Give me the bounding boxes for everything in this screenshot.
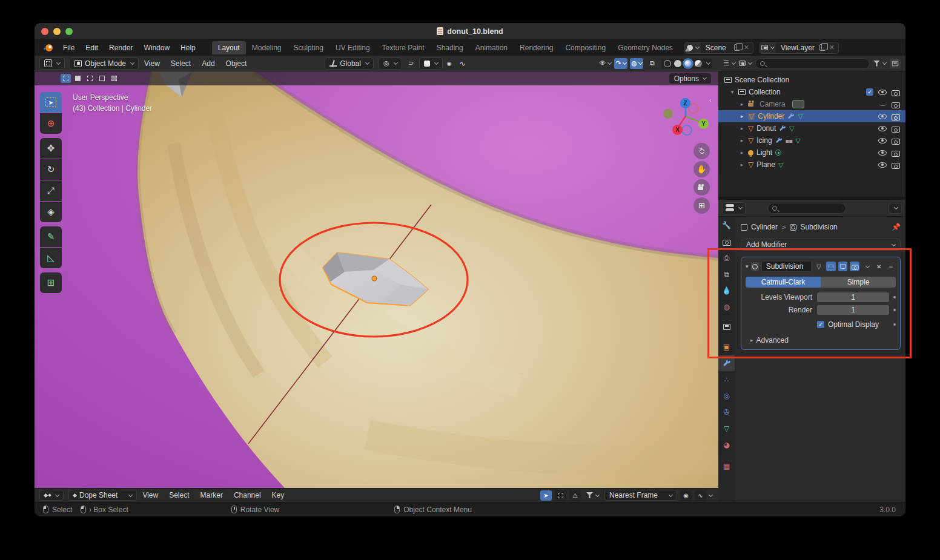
eye-icon[interactable]: [878, 138, 887, 143]
pan-hand-button[interactable]: ✋: [693, 161, 710, 177]
eye-icon[interactable]: [878, 150, 887, 156]
outliner-row-camera[interactable]: ▸ Camera: [718, 98, 905, 110]
outliner-row-plane[interactable]: ▸ ▽ Plane ▽: [718, 159, 905, 171]
caret-icon[interactable]: ▸: [739, 101, 745, 107]
ds-only-selected-toggle[interactable]: [555, 490, 566, 501]
breadcrumb-modifier[interactable]: Subdivision: [800, 223, 837, 231]
falloff-curve-icon[interactable]: ∿: [456, 58, 469, 69]
tool-annotate[interactable]: ✎: [40, 226, 62, 247]
caret-icon[interactable]: ▸: [739, 125, 745, 131]
options-dropdown[interactable]: Options: [669, 73, 711, 84]
navigation-gizmo[interactable]: [652, 90, 713, 144]
tab-object-data[interactable]: ▽: [718, 420, 735, 436]
ds-menu-marker[interactable]: Marker: [195, 489, 228, 501]
select-mode-new[interactable]: [61, 74, 71, 83]
viewport-3d[interactable]: Options User Perspective (43) Collection…: [35, 71, 718, 488]
proportional-edit-dropdown[interactable]: [419, 58, 443, 70]
scene-name[interactable]: Scene: [701, 44, 734, 52]
tool-scale[interactable]: ⤢: [40, 180, 62, 201]
viewlayer-selector[interactable]: ViewLayer ✕: [760, 42, 839, 54]
camera-render-icon[interactable]: [892, 101, 899, 107]
gizmo-axis-x[interactable]: X: [672, 125, 683, 135]
shading-material-icon[interactable]: [684, 60, 692, 67]
menu-file[interactable]: File: [58, 41, 80, 54]
outliner-filter-button[interactable]: [873, 61, 886, 67]
outliner-display-mode[interactable]: ☰: [723, 59, 735, 67]
menu-window[interactable]: Window: [138, 41, 175, 54]
select-mode-subtract[interactable]: [85, 74, 95, 83]
tool-add-cube[interactable]: ⊞: [40, 272, 62, 293]
tab-particles[interactable]: ∴: [718, 371, 735, 387]
shading-solid-icon[interactable]: [674, 60, 681, 67]
tab-tool[interactable]: 🔧: [718, 217, 735, 233]
shading-wireframe-icon[interactable]: [664, 60, 671, 67]
menu-select[interactable]: Select: [165, 58, 196, 70]
new-viewlayer-icon[interactable]: [819, 44, 826, 51]
outliner-row-light[interactable]: ▸ Light: [718, 147, 905, 159]
new-scene-icon[interactable]: [734, 44, 740, 51]
properties-options-button[interactable]: [889, 203, 902, 214]
tool-measure[interactable]: ◺: [40, 248, 62, 268]
outliner-row-icing[interactable]: ▸ ▽ Icing ▪▪ ▽: [718, 134, 905, 147]
new-collection-button[interactable]: [890, 59, 901, 68]
tool-cursor[interactable]: ⊕: [40, 113, 62, 134]
tool-transform[interactable]: ◈: [40, 202, 62, 222]
eye-icon[interactable]: [878, 90, 887, 95]
tab-layout[interactable]: Layout: [212, 41, 246, 54]
outliner-filter-id[interactable]: [739, 61, 752, 66]
tab-uv-editing[interactable]: UV Editing: [329, 41, 376, 54]
menu-render[interactable]: Render: [104, 41, 138, 54]
tab-constraints[interactable]: ✇: [718, 404, 735, 420]
caret-icon[interactable]: ▸: [739, 137, 745, 143]
collection-checkbox[interactable]: ✓: [866, 88, 873, 96]
ds-show-errors-toggle[interactable]: ⚠: [569, 490, 581, 501]
menu-object[interactable]: Object: [220, 58, 253, 70]
tab-compositing[interactable]: Compositing: [559, 41, 612, 54]
transform-orientation-dropdown[interactable]: Global: [325, 58, 374, 70]
snap-dropdown[interactable]: ◎: [379, 58, 402, 70]
dopesheet-editor-type-button[interactable]: [39, 490, 64, 501]
show-gizmo-dropdown[interactable]: 👁: [598, 58, 612, 69]
editor-type-button[interactable]: [39, 58, 65, 70]
select-mode-invert[interactable]: [97, 74, 107, 83]
pin-icon[interactable]: 📌: [892, 223, 901, 231]
tab-geometry-nodes[interactable]: Geometry Nodes: [612, 41, 678, 54]
zoom-button[interactable]: +: [693, 143, 710, 159]
camera-render-icon[interactable]: [892, 137, 899, 143]
ds-menu-key[interactable]: Key: [266, 489, 290, 501]
blender-logo-icon[interactable]: [42, 44, 53, 51]
caret-icon[interactable]: ▸: [739, 162, 745, 168]
outliner-row-donut[interactable]: ▸ ▽ Donut ▽: [718, 122, 905, 134]
gizmo-axis-z[interactable]: Z: [680, 98, 690, 108]
outliner-row-cylinder[interactable]: ▸ ▽ Cylinder ▽: [718, 110, 905, 122]
eye-icon[interactable]: [878, 162, 887, 168]
tab-render[interactable]: [718, 233, 735, 249]
tab-modeling[interactable]: Modeling: [246, 41, 288, 54]
tool-move[interactable]: ✥: [40, 138, 62, 159]
snap-mode-dropdown[interactable]: Nearest Frame: [604, 490, 677, 501]
tab-texture-paint[interactable]: Texture Paint: [376, 41, 431, 54]
camera-render-icon[interactable]: [892, 150, 899, 156]
camera-render-icon[interactable]: [892, 113, 899, 119]
caret-open-icon[interactable]: ▾: [729, 89, 735, 95]
scene-selector[interactable]: Scene ✕: [684, 42, 753, 54]
outliner-row-scene-collection[interactable]: Scene Collection: [718, 74, 905, 86]
eye-icon[interactable]: [878, 114, 887, 119]
gizmos-toggle[interactable]: ↷: [614, 58, 627, 69]
caret-icon[interactable]: ▸: [739, 113, 745, 119]
menu-help[interactable]: Help: [175, 41, 201, 54]
ds-menu-select[interactable]: Select: [164, 489, 194, 501]
viewlayer-name[interactable]: ViewLayer: [776, 44, 819, 52]
mode-dropdown[interactable]: Object Mode: [70, 58, 139, 70]
ds-menu-view[interactable]: View: [137, 489, 164, 501]
ds-filter-dropdown[interactable]: [586, 492, 599, 498]
xray-toggle[interactable]: ⧉: [646, 58, 659, 69]
gizmo-axis-y[interactable]: Y: [698, 119, 709, 129]
camera-render-icon[interactable]: [892, 162, 899, 168]
ds-proportional-toggle[interactable]: ◉: [680, 490, 692, 501]
select-mode-intersect[interactable]: [109, 74, 119, 83]
tab-sculpting[interactable]: Sculpting: [288, 41, 329, 54]
properties-editor-type-button[interactable]: [722, 202, 746, 214]
tool-select-box[interactable]: ➤: [40, 92, 62, 113]
outliner-search-input[interactable]: [755, 58, 870, 69]
